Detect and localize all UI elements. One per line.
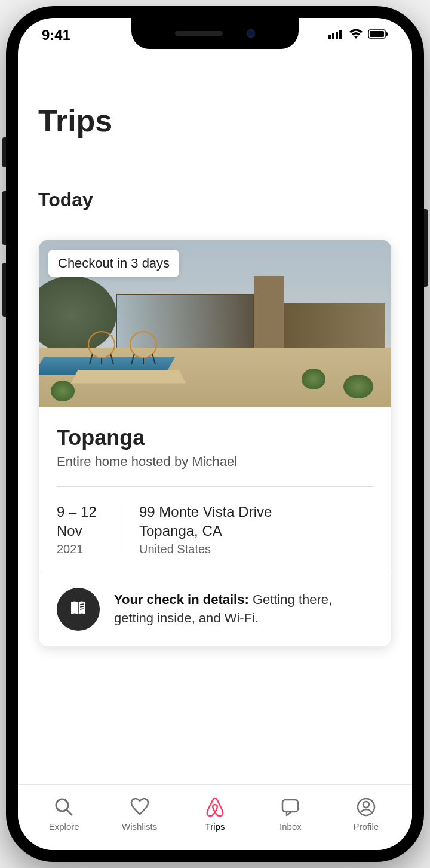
checkin-bold: Your check in details: [114, 592, 249, 607]
trip-details-row: 9 – 12 Nov 2021 99 Monte Vista Drive Top… [57, 487, 373, 572]
svg-line-20 [67, 810, 72, 815]
nav-label: Wishlists [122, 821, 157, 832]
heart-icon [129, 796, 150, 818]
notch [131, 18, 299, 49]
address-line1: 99 Monte Vista Drive [139, 502, 373, 522]
nav-label: Explore [49, 821, 79, 832]
svg-rect-21 [282, 800, 298, 812]
trip-dates: 9 – 12 Nov 2021 [57, 502, 122, 556]
trip-subtitle: Entire home hosted by Michael [57, 454, 373, 470]
cellular-icon [328, 29, 344, 41]
address-country: United States [139, 542, 373, 556]
trip-image: Checkout in 3 days [39, 240, 391, 407]
airbnb-icon [204, 796, 226, 818]
status-time: 9:41 [42, 27, 70, 44]
nav-label: Inbox [280, 821, 302, 832]
front-camera [247, 29, 255, 38]
side-button [2, 191, 6, 245]
svg-point-23 [363, 802, 369, 808]
nav-trips[interactable]: Trips [177, 796, 253, 832]
nav-wishlists[interactable]: Wishlists [102, 796, 177, 832]
inbox-icon [280, 796, 301, 818]
nav-profile[interactable]: Profile [328, 796, 404, 832]
svg-rect-6 [386, 32, 388, 36]
speaker [175, 31, 223, 36]
svg-line-13 [152, 354, 155, 364]
date-year: 2021 [57, 542, 105, 556]
side-button [2, 137, 6, 167]
svg-rect-5 [370, 31, 384, 37]
book-icon [69, 599, 88, 620]
svg-line-12 [131, 354, 134, 364]
svg-rect-1 [332, 33, 334, 39]
date-month: Nov [57, 522, 105, 541]
screen: 9:41 Trips Today [18, 18, 412, 850]
side-button [424, 209, 428, 287]
svg-line-16 [80, 604, 84, 605]
checkin-details-row[interactable]: Your check in details: Getting there, ge… [39, 572, 391, 646]
profile-icon [355, 796, 377, 818]
phone-frame: 9:41 Trips Today [6, 6, 424, 862]
trip-card[interactable]: Checkout in 3 days Topanga Entire home h… [38, 240, 392, 647]
trip-address: 99 Monte Vista Drive Topanga, CA United … [139, 502, 373, 556]
nav-inbox[interactable]: Inbox [253, 796, 328, 832]
nav-label: Profile [354, 821, 379, 832]
checkin-text: Your check in details: Getting there, ge… [114, 591, 373, 628]
trip-card-body: Topanga Entire home hosted by Michael 9 … [39, 407, 391, 572]
nav-explore[interactable]: Explore [26, 796, 102, 832]
nav-label: Trips [205, 821, 225, 832]
checkin-icon-circle [57, 588, 100, 631]
page-title: Trips [38, 103, 392, 139]
checkout-badge: Checkout in 3 days [48, 250, 179, 277]
svg-line-18 [80, 609, 84, 609]
svg-rect-0 [328, 35, 331, 39]
bottom-nav: Explore Wishlists Trips Inbox [18, 784, 412, 850]
status-icons [328, 29, 388, 42]
svg-line-17 [80, 606, 84, 607]
svg-line-9 [110, 354, 113, 364]
svg-rect-2 [336, 32, 338, 39]
wifi-icon [349, 29, 363, 42]
svg-line-8 [90, 354, 93, 364]
side-button [2, 263, 6, 317]
battery-icon [368, 29, 388, 41]
content-area[interactable]: Trips Today Checkout in [18, 53, 412, 784]
address-line2: Topanga, CA [139, 522, 373, 541]
svg-rect-3 [339, 30, 342, 39]
date-range: 9 – 12 [57, 502, 105, 522]
search-icon [53, 796, 75, 818]
section-heading: Today [38, 189, 392, 211]
trip-title: Topanga [57, 425, 373, 450]
